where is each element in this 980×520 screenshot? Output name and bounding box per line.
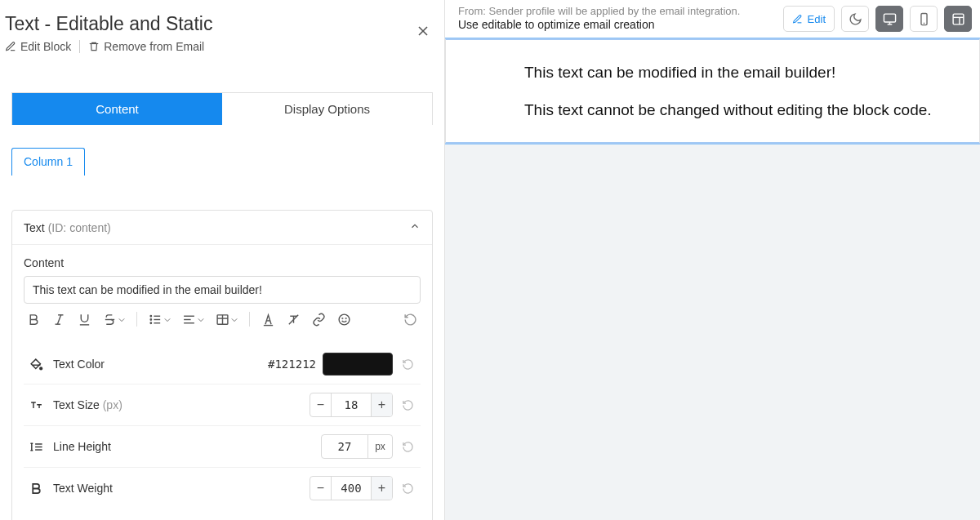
desktop-view-button[interactable] xyxy=(875,6,903,32)
pencil-icon xyxy=(792,14,803,24)
content-text-input[interactable] xyxy=(24,276,421,304)
align-button[interactable] xyxy=(182,312,204,327)
text-size-reset[interactable] xyxy=(399,397,416,413)
text-color-label: Text Color xyxy=(53,358,105,371)
svg-point-9 xyxy=(150,318,151,319)
remove-from-email-action[interactable]: Remove from Email xyxy=(88,40,204,53)
italic-button[interactable] xyxy=(52,313,66,327)
line-height-value: 27 xyxy=(322,435,368,458)
svg-point-20 xyxy=(342,318,343,318)
mobile-view-button[interactable] xyxy=(910,6,938,32)
svg-point-10 xyxy=(150,322,151,323)
edit-header-label: Edit xyxy=(808,13,826,25)
prop-text-weight: Text Weight − 400 + xyxy=(24,467,421,509)
line-height-input[interactable]: 27 px xyxy=(321,434,393,459)
bold-icon xyxy=(29,482,43,496)
accordion-header[interactable]: Text (ID: content) xyxy=(12,211,432,245)
text-size-increment[interactable]: + xyxy=(371,393,392,416)
from-note: Sender profile will be applied by the em… xyxy=(489,5,741,17)
link-button[interactable] xyxy=(312,313,326,327)
table-button[interactable] xyxy=(216,312,238,327)
tab-column-1[interactable]: Column 1 xyxy=(11,148,85,176)
text-weight-decrement[interactable]: − xyxy=(310,477,332,500)
bold-button[interactable] xyxy=(27,313,41,327)
font-color-button[interactable] xyxy=(261,313,275,327)
line-height-icon xyxy=(29,440,43,454)
layout-icon xyxy=(951,12,965,26)
close-panel-button[interactable] xyxy=(415,23,431,42)
svg-rect-26 xyxy=(884,14,895,22)
text-color-reset[interactable] xyxy=(399,356,416,372)
dark-mode-toggle[interactable] xyxy=(841,6,869,32)
panel-title: Text - Editable and Static xyxy=(5,13,431,35)
tab-display-options[interactable]: Display Options xyxy=(222,93,432,125)
text-size-label: Text Size xyxy=(53,398,103,411)
preview-line-editable: This text can be modified in the email b… xyxy=(524,61,947,84)
content-field-label: Content xyxy=(24,256,421,269)
accordion-title: Text xyxy=(24,221,45,234)
chevron-up-icon xyxy=(409,220,421,234)
remove-label: Remove from Email xyxy=(104,40,204,53)
close-icon xyxy=(415,23,431,39)
edit-block-action[interactable]: Edit Block xyxy=(5,40,71,53)
reset-text-button[interactable] xyxy=(403,313,417,327)
from-label: From: xyxy=(458,5,486,17)
tab-content[interactable]: Content xyxy=(12,93,222,125)
svg-line-2 xyxy=(57,314,60,323)
editor-tabs: Content Display Options xyxy=(11,92,433,125)
text-weight-increment[interactable]: + xyxy=(371,477,392,500)
text-weight-value[interactable]: 400 xyxy=(332,477,371,500)
svg-point-19 xyxy=(339,314,350,325)
text-weight-label: Text Weight xyxy=(53,482,113,495)
subject-line: Use editable to optimize email creation xyxy=(458,18,740,33)
svg-point-22 xyxy=(39,367,42,370)
text-block-accordion: Text (ID: content) Content xyxy=(11,210,433,520)
desktop-icon xyxy=(883,12,897,26)
text-weight-reset[interactable] xyxy=(399,480,416,496)
inspector-panel: Text - Editable and Static Edit Block Re… xyxy=(0,0,445,520)
pencil-icon xyxy=(5,41,16,52)
text-size-unit-hint: (px) xyxy=(103,398,122,411)
rich-text-toolbar xyxy=(24,304,421,330)
prop-line-height: Line Height 27 px xyxy=(24,425,421,467)
edit-header-button[interactable]: Edit xyxy=(783,6,835,32)
preview-line-static: This text cannot be changed without edit… xyxy=(524,99,947,122)
preview-topbar: From: Sender profile will be applied by … xyxy=(445,0,980,38)
text-size-decrement[interactable]: − xyxy=(310,393,332,416)
svg-rect-31 xyxy=(953,14,964,24)
prop-text-size: Text Size (px) − 18 + xyxy=(24,384,421,425)
separator xyxy=(79,40,80,53)
line-height-unit: px xyxy=(368,435,392,458)
list-button[interactable] xyxy=(149,312,171,327)
layout-view-button[interactable] xyxy=(944,6,972,32)
paint-bucket-icon xyxy=(29,358,43,371)
svg-point-8 xyxy=(150,315,151,316)
preview-pane: From: Sender profile will be applied by … xyxy=(445,0,980,520)
text-size-stepper: − 18 + xyxy=(310,393,393,417)
line-height-reset[interactable] xyxy=(399,438,416,455)
strikethrough-button[interactable] xyxy=(103,312,125,327)
trash-icon xyxy=(88,41,100,52)
text-weight-stepper: − 400 + xyxy=(310,476,393,500)
mobile-icon xyxy=(917,12,931,26)
accordion-id: (ID: content) xyxy=(48,221,111,234)
emoji-button[interactable] xyxy=(337,313,351,327)
moon-icon xyxy=(849,12,862,26)
edit-block-label: Edit Block xyxy=(20,40,71,53)
text-size-value[interactable]: 18 xyxy=(332,393,371,416)
underline-button[interactable] xyxy=(78,313,91,327)
prop-text-color: Text Color #121212 xyxy=(24,344,421,384)
email-preview-block[interactable]: This text can be modified in the email b… xyxy=(445,38,980,144)
text-size-icon xyxy=(29,398,43,412)
text-color-hex: #121212 xyxy=(268,358,316,371)
svg-point-21 xyxy=(345,318,346,318)
line-height-label: Line Height xyxy=(53,440,111,453)
text-color-swatch[interactable] xyxy=(323,353,393,376)
clear-format-button[interactable] xyxy=(287,313,301,327)
